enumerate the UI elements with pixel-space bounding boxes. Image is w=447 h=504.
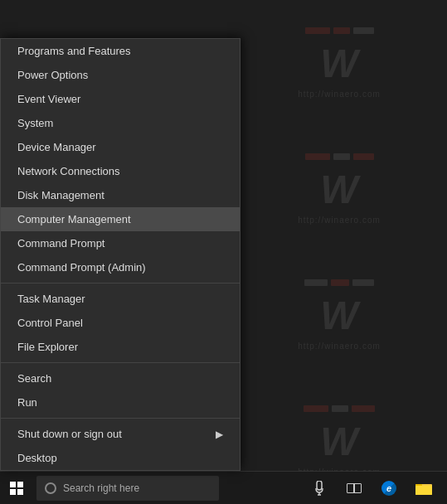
menu-item-label-power-options: Power Options bbox=[17, 69, 88, 81]
menu-item-device-manager[interactable]: Device Manager bbox=[1, 135, 240, 159]
menu-item-label-disk-management: Disk Management bbox=[17, 189, 104, 201]
menu-item-search[interactable]: Search bbox=[1, 366, 240, 390]
menu-item-power-options[interactable]: Power Options bbox=[1, 63, 240, 87]
menu-item-label-computer-management: Computer Management bbox=[17, 213, 131, 225]
menu-item-label-command-prompt: Command Prompt bbox=[17, 237, 104, 250]
menu-item-label-programs-and-features: Programs and Features bbox=[17, 45, 131, 57]
menu-item-desktop[interactable]: Desktop bbox=[1, 446, 240, 470]
menu-item-command-prompt[interactable]: Command Prompt bbox=[1, 231, 240, 255]
task-view-button[interactable] bbox=[338, 472, 371, 505]
menu-item-disk-management[interactable]: Disk Management bbox=[1, 183, 240, 207]
taskbar-search-box[interactable]: Search right here bbox=[36, 476, 219, 501]
menu-item-programs-and-features[interactable]: Programs and Features bbox=[1, 39, 240, 63]
search-icon bbox=[45, 482, 56, 494]
file-explorer-taskbar-button[interactable] bbox=[407, 472, 440, 505]
context-menu: Programs and FeaturesPower OptionsEvent … bbox=[0, 38, 241, 471]
menu-item-label-control-panel: Control Panel bbox=[17, 317, 83, 329]
taskbar-system-icons: e bbox=[303, 472, 447, 505]
taskbar: Search right here e bbox=[0, 471, 447, 504]
menu-item-control-panel[interactable]: Control Panel bbox=[1, 311, 240, 335]
menu-item-label-event-viewer: Event Viewer bbox=[17, 93, 80, 105]
submenu-arrow-icon: ▶ bbox=[216, 429, 223, 440]
menu-item-network-connections[interactable]: Network Connections bbox=[1, 159, 240, 183]
menu-item-task-manager[interactable]: Task Manager bbox=[1, 287, 240, 311]
svg-rect-0 bbox=[317, 481, 322, 490]
menu-item-label-desktop: Desktop bbox=[17, 452, 57, 464]
menu-item-system[interactable]: System bbox=[1, 111, 240, 135]
menu-item-file-explorer[interactable]: File Explorer bbox=[1, 335, 240, 359]
menu-item-label-search: Search bbox=[17, 372, 51, 385]
menu-item-run[interactable]: Run bbox=[1, 390, 240, 414]
task-view-icon bbox=[347, 483, 362, 493]
start-button[interactable] bbox=[0, 472, 33, 505]
menu-divider bbox=[1, 418, 240, 419]
search-placeholder-text: Search right here bbox=[63, 482, 139, 494]
menu-item-label-device-manager: Device Manager bbox=[17, 141, 96, 153]
menu-item-label-network-connections: Network Connections bbox=[17, 165, 120, 177]
folder-icon bbox=[415, 481, 432, 496]
mic-icon bbox=[315, 481, 323, 496]
menu-item-label-command-prompt-admin: Command Prompt (Admin) bbox=[17, 261, 146, 274]
windows-icon bbox=[10, 482, 23, 495]
menu-item-label-system: System bbox=[17, 117, 53, 129]
menu-item-command-prompt-admin[interactable]: Command Prompt (Admin) bbox=[1, 255, 240, 279]
menu-item-label-task-manager: Task Manager bbox=[17, 293, 85, 305]
edge-icon: e bbox=[381, 481, 396, 496]
menu-item-label-run: Run bbox=[17, 396, 37, 409]
menu-item-shut-down-or-sign-out[interactable]: Shut down or sign out▶ bbox=[1, 422, 240, 446]
menu-divider bbox=[1, 283, 240, 284]
menu-item-event-viewer[interactable]: Event Viewer bbox=[1, 87, 240, 111]
menu-item-computer-management[interactable]: Computer Management bbox=[1, 207, 240, 231]
svg-rect-5 bbox=[415, 486, 432, 495]
edge-browser-button[interactable]: e bbox=[372, 472, 406, 505]
menu-item-label-shut-down-or-sign-out: Shut down or sign out bbox=[17, 428, 122, 440]
menu-item-label-file-explorer: File Explorer bbox=[17, 341, 78, 353]
desktop-watermark: W http://winaero.com W http://winaero.co… bbox=[231, 0, 447, 504]
microphone-button[interactable] bbox=[303, 472, 336, 505]
menu-divider bbox=[1, 362, 240, 363]
